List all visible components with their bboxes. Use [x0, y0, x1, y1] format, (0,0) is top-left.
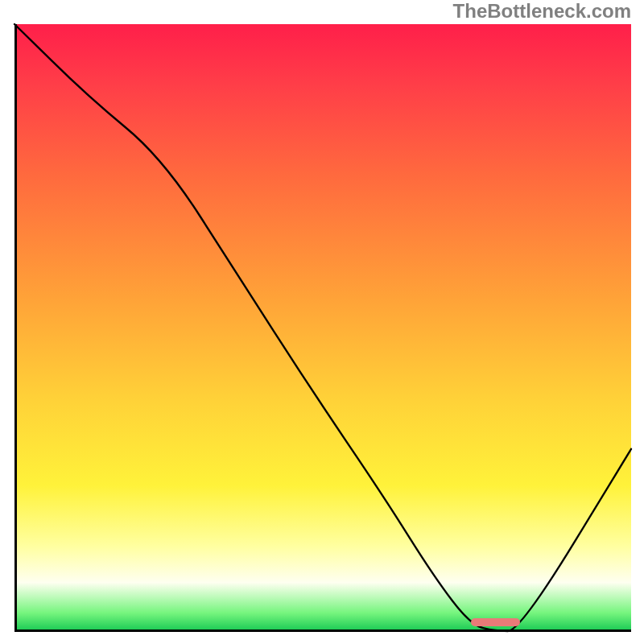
y-axis-line — [14, 24, 17, 631]
watermark-text: TheBottleneck.com — [453, 0, 631, 23]
x-axis-line — [14, 630, 631, 632]
chart-container: TheBottleneck.com — [0, 0, 644, 644]
bottleneck-curve — [14, 24, 631, 631]
optimal-range-marker — [471, 618, 520, 626]
curve-path — [14, 24, 631, 631]
plot-area — [14, 24, 631, 631]
